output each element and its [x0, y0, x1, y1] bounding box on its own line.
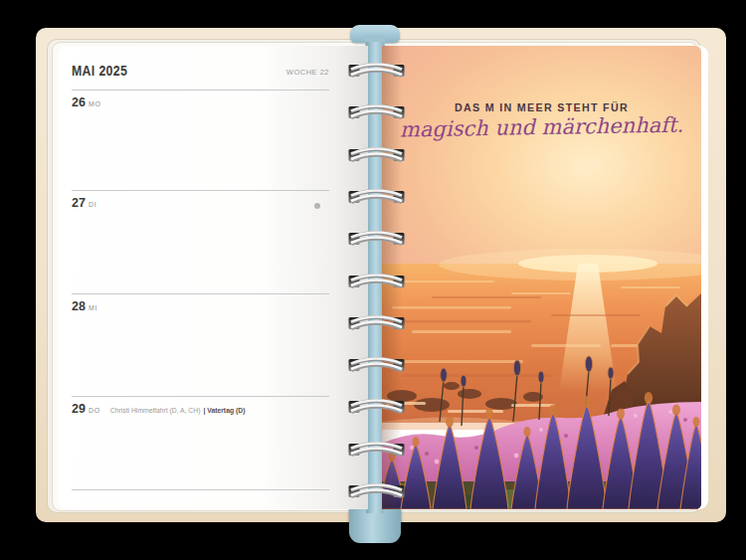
- day-number: 28: [72, 299, 86, 313]
- month-title: MAI 2025: [72, 63, 127, 79]
- day-abbreviation: MO: [89, 100, 101, 107]
- sunset-coast-photo: DAS M IN MEER STEHT FÜR magisch und märc…: [382, 46, 701, 509]
- holiday-note: Christi Himmelfahrt (D, A, CH): [110, 407, 201, 414]
- day-number: 29: [72, 402, 86, 416]
- week-number-label: WOCHE 22: [286, 68, 329, 77]
- photo-quote-page: DAS M IN MEER STEHT FÜR magisch und märc…: [382, 46, 708, 509]
- day-row-tuesday: 27 DI: [72, 190, 329, 294]
- day-row-monday: 26 MO: [72, 90, 329, 191]
- day-abbreviation: DO: [89, 407, 100, 414]
- quote-caps-line: DAS M IN MEER STEHT FÜR: [393, 101, 690, 113]
- spine-elastic-top-tab: [350, 25, 400, 43]
- quote-script-line: magisch und märchenhaft.: [382, 112, 701, 142]
- day-abbreviation: DI: [89, 201, 96, 208]
- moon-phase-dot: [314, 203, 320, 209]
- day-number: 26: [72, 95, 86, 109]
- calendar-week-page: MAI 2025 WOCHE 22 26 MO 27 DI: [58, 46, 368, 509]
- day-row-wednesday: 28 MI: [72, 293, 329, 397]
- holiday-note-bold: | Vatertag (D): [203, 407, 245, 414]
- open-spread: MAI 2025 WOCHE 22 26 MO 27 DI: [58, 46, 708, 509]
- quote-block: DAS M IN MEER STEHT FÜR magisch und märc…: [382, 101, 701, 139]
- day-number: 27: [72, 196, 86, 210]
- day-abbreviation: MI: [89, 304, 97, 311]
- day-row-thursday: 29 DO Christi Himmelfahrt (D, A, CH) | V…: [72, 396, 329, 490]
- grid-bottom-line: [72, 489, 329, 490]
